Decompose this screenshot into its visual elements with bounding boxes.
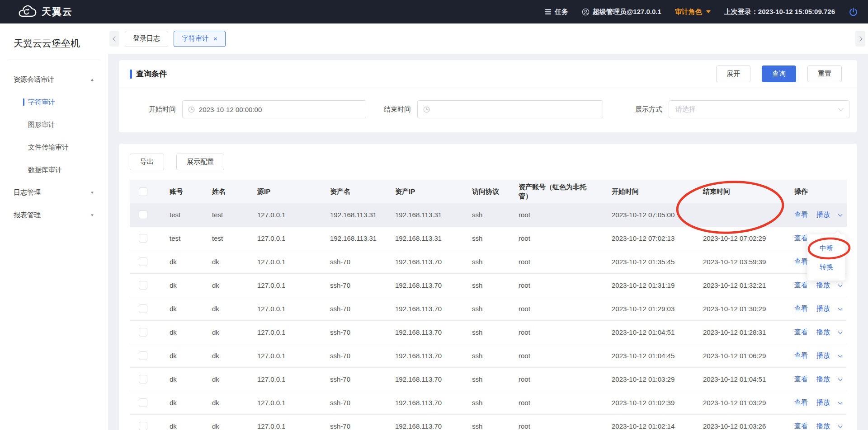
play-link[interactable]: 播放 (816, 304, 830, 313)
expand-button[interactable]: 展开 (716, 65, 750, 82)
display-mode-select[interactable]: 请选择 (669, 100, 849, 118)
play-link[interactable]: 播放 (816, 422, 830, 430)
view-link[interactable]: 查看 (794, 257, 808, 266)
play-link[interactable]: 播放 (816, 398, 830, 407)
search-button[interactable]: 查询 (762, 65, 796, 82)
cell-source-ip: 127.0.0.1 (251, 399, 324, 407)
sidebar-group-report-management[interactable]: 报表管理 ▼ (0, 204, 108, 226)
cell-account: dk (163, 258, 206, 266)
start-time-input[interactable]: 2023-10-12 00:00:00 (182, 100, 366, 118)
display-config-button[interactable]: 展示配置 (176, 154, 224, 170)
tab-scroll-right-button[interactable] (855, 31, 865, 47)
cell-asset-name: ssh-70 (324, 399, 389, 407)
sidebar-item-graphic-audit[interactable]: 图形审计 (0, 113, 108, 136)
view-link[interactable]: 查看 (794, 422, 808, 430)
cell-asset-ip: 192.168.113.70 (389, 352, 466, 360)
sidebar: 天翼云云堡垒机 资源会话审计 ▲ 字符审计 图形审计 文件传输审计 数据库审计 … (0, 23, 108, 430)
row-checkbox[interactable] (139, 422, 147, 430)
sidebar-title: 天翼云云堡垒机 (14, 36, 108, 51)
user-menu[interactable]: 超级管理员@127.0.0.1 (582, 8, 661, 16)
cell-asset-account: root (512, 422, 605, 430)
row-checkbox[interactable] (139, 281, 147, 290)
interrupt-menu-item[interactable]: 中断 (807, 238, 845, 257)
play-link[interactable]: 播放 (816, 328, 830, 337)
cell-source-ip: 127.0.0.1 (251, 352, 324, 360)
row-checkbox[interactable] (139, 234, 147, 243)
cell-protocol: ssh (466, 305, 512, 313)
cell-name: test (206, 211, 251, 219)
view-link[interactable]: 查看 (794, 210, 808, 219)
cell-asset-account: root (512, 305, 605, 313)
select-all-checkbox[interactable] (139, 187, 147, 196)
cell-asset-name: ssh-70 (324, 352, 389, 360)
sidebar-item-database-audit[interactable]: 数据库审计 (0, 159, 108, 181)
more-actions-chevron-icon[interactable] (838, 376, 843, 381)
cell-protocol: ssh (466, 328, 512, 336)
cell-source-ip: 127.0.0.1 (251, 211, 324, 219)
play-link[interactable]: 播放 (816, 351, 830, 360)
export-button[interactable]: 导出 (130, 154, 164, 170)
row-checkbox[interactable] (139, 398, 147, 407)
table-header-row: 账号 姓名 源IP 资产名 资产IP 访问协议 资产账号（红色为非托管） 开始时… (130, 180, 847, 203)
more-actions-chevron-icon[interactable] (838, 423, 843, 428)
view-link[interactable]: 查看 (794, 375, 808, 383)
view-link[interactable]: 查看 (794, 328, 808, 337)
row-checkbox[interactable] (139, 257, 147, 266)
cell-asset-account: root (512, 328, 605, 336)
cell-end-time: 2023-10-12 01:32:21 (697, 281, 788, 289)
view-link[interactable]: 查看 (794, 304, 808, 313)
more-actions-chevron-icon[interactable] (838, 400, 843, 404)
cell-protocol: ssh (466, 352, 512, 360)
cell-asset-ip: 192.168.113.70 (389, 258, 466, 266)
role-dropdown[interactable]: 审计角色 (675, 8, 711, 16)
tab-scroll-left-button[interactable] (109, 31, 119, 47)
more-actions-chevron-icon[interactable] (838, 212, 843, 216)
play-link[interactable]: 播放 (816, 375, 830, 383)
convert-menu-item[interactable]: 转换 (807, 257, 845, 276)
sidebar-group-session-audit[interactable]: 资源会话审计 ▲ (0, 68, 108, 91)
query-conditions-panel: 查询条件 展开 查询 重置 开始时间 2023-10-12 00:00:00 结… (119, 60, 857, 132)
more-actions-chevron-icon[interactable] (838, 306, 843, 310)
tab-label: 登录日志 (133, 34, 160, 43)
table-row: dk dk 127.0.0.1 ssh-70 192.168.113.70 ss… (130, 368, 847, 391)
item-label: 图形审计 (28, 121, 55, 129)
sidebar-item-file-transfer-audit[interactable]: 文件传输审计 (0, 136, 108, 159)
cell-actions: 查看 播放 (788, 351, 847, 360)
display-mode-label: 展示方式 (635, 105, 662, 114)
more-actions-chevron-icon[interactable] (838, 329, 843, 334)
table-row: dk dk 127.0.0.1 ssh-70 192.168.113.70 ss… (130, 321, 847, 344)
cell-end-time: 2023-10-12 03:59:39 (697, 258, 788, 266)
cell-asset-account: root (512, 375, 605, 383)
tab-label: 字符审计 (182, 34, 209, 43)
tasks-menu[interactable]: 任务 (545, 8, 568, 16)
view-link[interactable]: 查看 (794, 398, 808, 407)
view-link[interactable]: 查看 (794, 234, 808, 243)
row-checkbox[interactable] (139, 210, 147, 219)
cell-asset-name: ssh-70 (324, 258, 389, 266)
cell-end-time: 2023-10-12 01:03:26 (697, 422, 788, 430)
tab-login-log[interactable]: 登录日志 (125, 31, 168, 47)
role-label: 审计角色 (675, 8, 702, 16)
row-checkbox[interactable] (139, 328, 147, 337)
sidebar-item-char-audit[interactable]: 字符审计 (0, 91, 108, 113)
view-link[interactable]: 查看 (794, 281, 808, 290)
play-link[interactable]: 播放 (816, 281, 830, 290)
main-content: 查询条件 展开 查询 重置 开始时间 2023-10-12 00:00:00 结… (108, 54, 868, 430)
row-checkbox[interactable] (139, 351, 147, 360)
cell-actions: 查看 播放 (788, 328, 847, 337)
more-actions-chevron-icon[interactable] (838, 282, 843, 287)
tab-char-audit[interactable]: 字符审计 × (174, 31, 226, 47)
cell-start-time: 2023-10-12 01:03:29 (605, 375, 697, 383)
logout-power-icon[interactable] (849, 7, 858, 17)
row-checkbox[interactable] (139, 304, 147, 313)
more-actions-chevron-icon[interactable] (838, 353, 843, 357)
end-time-input[interactable] (417, 100, 603, 118)
row-checkbox[interactable] (139, 375, 147, 383)
view-link[interactable]: 查看 (794, 351, 808, 360)
cell-protocol: ssh (466, 211, 512, 219)
reset-button[interactable]: 重置 (807, 65, 842, 82)
play-link[interactable]: 播放 (816, 210, 830, 219)
table-row: dk dk 127.0.0.1 ssh-70 192.168.113.70 ss… (130, 344, 847, 368)
sidebar-group-log-management[interactable]: 日志管理 ▼ (0, 181, 108, 204)
tab-close-icon[interactable]: × (213, 35, 217, 42)
